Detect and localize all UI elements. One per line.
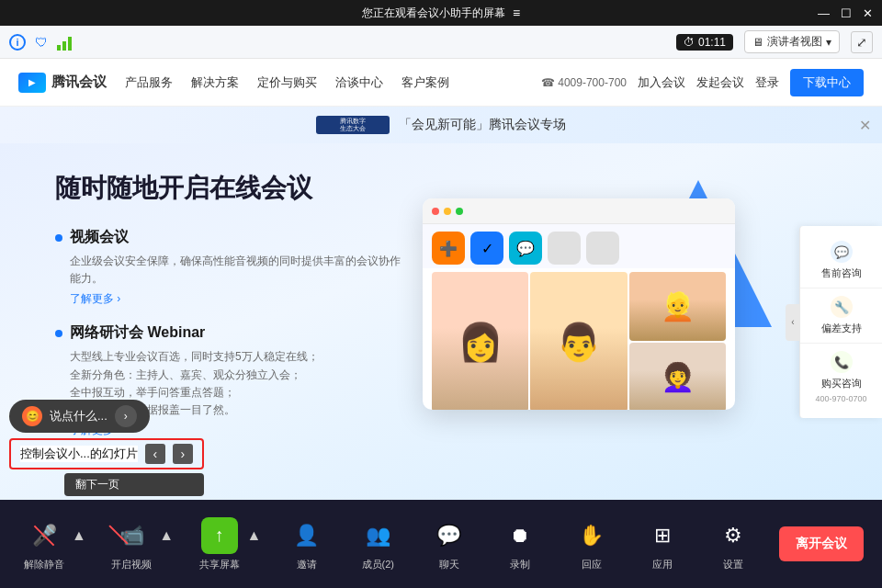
mute-group: 🎤 解除静音 ▲ bbox=[18, 517, 86, 571]
mock-window-titlebar bbox=[423, 198, 735, 224]
share-toolbar-item[interactable]: ↑ 共享屏幕 bbox=[194, 517, 245, 571]
mock-icon-5 bbox=[586, 232, 619, 265]
slide-prev-button[interactable]: ‹ bbox=[145, 444, 165, 464]
chat-toolbar-item[interactable]: 💬 聊天 bbox=[424, 517, 475, 571]
mute-expand-icon[interactable]: ▲ bbox=[72, 527, 86, 544]
info-icon[interactable]: i bbox=[9, 34, 26, 51]
share-expand-icon[interactable]: ▲ bbox=[247, 527, 262, 544]
purchase-icon: 📞 bbox=[831, 351, 853, 373]
share-icon-box: ↑ bbox=[201, 517, 238, 554]
share-notification-bar: 您正在观看会议小助手的屏幕 ≡ — ☐ ✕ bbox=[0, 0, 882, 26]
slide-control-label: 控制会议小...的幻灯片 bbox=[20, 446, 138, 462]
feature1-desc: 企业级会议安全保障，确保高性能音视频的同时提供丰富的会议协作能力。 bbox=[55, 253, 404, 288]
nav-products[interactable]: 产品服务 bbox=[125, 74, 173, 91]
feature2-desc1: 大型线上专业会议百选，同时支持5万人稳定在线； bbox=[55, 348, 404, 366]
mute-label: 解除静音 bbox=[24, 558, 64, 571]
mute-toolbar-item[interactable]: 🎤 解除静音 bbox=[18, 517, 70, 571]
nav-download-button[interactable]: 下载中心 bbox=[790, 69, 864, 96]
win-max-dot bbox=[456, 208, 463, 215]
nav-resources[interactable]: 洽谈中心 bbox=[335, 74, 383, 91]
meeting-timer: ⏱ 01:11 bbox=[676, 34, 733, 51]
avatar-person-3: 👱 bbox=[629, 272, 726, 341]
members-toolbar-item[interactable]: 👥 成员(2) bbox=[352, 517, 403, 571]
page-down-tooltip: 翻下一页 bbox=[64, 473, 204, 496]
nav-logo[interactable]: 腾讯会议 bbox=[18, 73, 107, 93]
banner-logo-text: 腾讯数字生态大会 bbox=[340, 118, 366, 133]
hero-title: 随时随地开启在线会议 bbox=[55, 171, 404, 206]
win-min-dot bbox=[444, 208, 451, 215]
sidebar-expand-tab[interactable]: ‹ bbox=[786, 304, 800, 341]
banner-logo: 腾讯数字生态大会 bbox=[316, 116, 390, 134]
shield-icon[interactable]: 🛡 bbox=[33, 34, 50, 51]
video-group: 📹 开启视频 ▲ bbox=[106, 517, 174, 571]
minimize-button[interactable]: — bbox=[818, 6, 830, 20]
close-button[interactable]: ✕ bbox=[863, 6, 873, 20]
feature2-desc2: 全新分角色：主持人、嘉宾、观众分独立入会； bbox=[55, 367, 404, 384]
nav-start-button[interactable]: 发起会议 bbox=[696, 74, 744, 91]
nav-join-button[interactable]: 加入会议 bbox=[638, 74, 685, 91]
nav-customers[interactable]: 客户案例 bbox=[401, 74, 449, 91]
apps-label: 应用 bbox=[652, 558, 673, 571]
sidebar-purchase-item[interactable]: 📞 购买咨询 400-970-0700 bbox=[800, 344, 882, 411]
slide-next-button[interactable]: › bbox=[173, 444, 193, 464]
sidebar-presale-item[interactable]: 💬 售前咨询 bbox=[800, 233, 882, 288]
logo-icon bbox=[18, 73, 46, 93]
say-something-label: 说点什么... bbox=[50, 408, 107, 424]
invite-label: 邀请 bbox=[297, 558, 317, 571]
nav-pricing[interactable]: 定价与购买 bbox=[257, 74, 317, 91]
chat-icon: 💬 bbox=[431, 517, 468, 554]
say-something-button[interactable]: 😊 说点什么... › bbox=[9, 400, 150, 433]
support-label: 偏差支持 bbox=[821, 322, 862, 335]
record-toolbar-item[interactable]: ⏺ 录制 bbox=[494, 517, 546, 571]
video-toolbar-item[interactable]: 📹 开启视频 bbox=[106, 517, 157, 571]
purchase-phone: 400-970-0700 bbox=[815, 394, 866, 403]
feature2-dot bbox=[55, 330, 62, 337]
settings-toolbar-item[interactable]: ⚙ 设置 bbox=[707, 517, 759, 571]
mock-icon-4 bbox=[548, 232, 581, 265]
reaction-toolbar-item[interactable]: ✋ 回应 bbox=[566, 517, 617, 571]
mock-meeting-window: ➕ ✓ 💬 👩 👨 👱 bbox=[423, 198, 735, 410]
apps-toolbar-item[interactable]: ⊞ 应用 bbox=[637, 517, 688, 571]
banner-close-button[interactable]: ✕ bbox=[859, 117, 871, 134]
nav-solutions[interactable]: 解决方案 bbox=[191, 74, 239, 91]
chat-label: 聊天 bbox=[439, 558, 459, 571]
video-label: 开启视频 bbox=[111, 558, 152, 571]
meeting-bottom-toolbar: 🎤 解除静音 ▲ 📹 开启视频 ▲ ↑ 共享屏幕 ▲ 👤 邀请 � bbox=[0, 500, 882, 588]
record-label: 录制 bbox=[510, 558, 530, 571]
right-float-sidebar: ‹ 💬 售前咨询 🔧 偏差支持 📞 购买咨询 400-970-0700 bbox=[799, 226, 882, 418]
feature1-link[interactable]: 了解更多 › bbox=[55, 291, 404, 307]
banner-text: 「会见新可能」腾讯会议专场 bbox=[399, 117, 566, 133]
mock-icon-2: ✓ bbox=[470, 232, 503, 265]
share-label: 共享屏幕 bbox=[199, 558, 240, 571]
mute-icon: 🎤 bbox=[26, 517, 62, 554]
avatar-person-2: 👨 bbox=[530, 272, 627, 410]
presenter-view-button[interactable]: 🖥 演讲者视图 ▾ bbox=[744, 30, 840, 53]
logo-text: 腾讯会议 bbox=[51, 74, 107, 91]
feature1-dot bbox=[55, 234, 62, 242]
purchase-label: 购买咨询 bbox=[821, 377, 862, 390]
website-nav: 腾讯会议 产品服务 解决方案 定价与购买 洽谈中心 客户案例 ☎ 4009-70… bbox=[0, 59, 882, 107]
mock-video-cell-4: 👩‍🦱 bbox=[629, 343, 726, 410]
maximize-button[interactable]: ☐ bbox=[841, 6, 852, 20]
share-bar-controls: — ☐ ✕ bbox=[818, 6, 873, 20]
leave-meeting-button[interactable]: 离开会议 bbox=[779, 526, 864, 561]
share-bar-menu-icon[interactable]: ≡ bbox=[513, 6, 520, 20]
mock-meeting-icons: ➕ ✓ 💬 bbox=[423, 224, 735, 268]
invite-toolbar-item[interactable]: 👤 邀请 bbox=[281, 517, 333, 571]
support-icon: 🔧 bbox=[831, 296, 853, 318]
meeting-top-bar-right: ⏱ 01:11 🖥 演讲者视图 ▾ ⤢ bbox=[676, 30, 873, 53]
share-icon: ↑ bbox=[201, 517, 238, 554]
video-expand-icon[interactable]: ▲ bbox=[159, 527, 174, 544]
sidebar-support-item[interactable]: 🔧 偏差支持 bbox=[800, 288, 882, 344]
feature2-title: 网络研讨会 Webinar bbox=[55, 323, 404, 343]
nav-links: 产品服务 解决方案 定价与购买 洽谈中心 客户案例 bbox=[125, 74, 449, 91]
timer-icon: ⏱ bbox=[684, 36, 695, 49]
mock-icon-1: ➕ bbox=[432, 232, 465, 265]
say-arrow-icon: › bbox=[115, 405, 137, 427]
share-bar-text: 您正在观看会议小助手的屏幕 bbox=[362, 6, 505, 21]
website-banner: 腾讯数字生态大会 「会见新可能」腾讯会议专场 ✕ bbox=[0, 107, 882, 143]
win-close-dot bbox=[432, 208, 439, 215]
nav-login-button[interactable]: 登录 bbox=[755, 74, 779, 91]
reaction-label: 回应 bbox=[582, 558, 602, 571]
fullscreen-button[interactable]: ⤢ bbox=[851, 31, 873, 53]
